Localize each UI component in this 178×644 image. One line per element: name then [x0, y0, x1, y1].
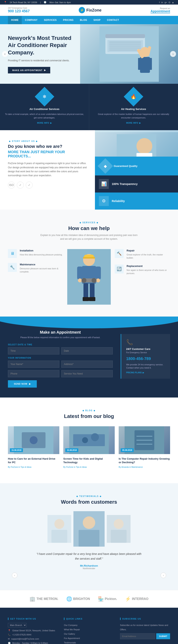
nav-shop[interactable]: SHOP: [90, 16, 104, 24]
linkedin-icon[interactable]: in: [161, 1, 163, 4]
svg-rect-51: [79, 530, 99, 546]
pickton-icon: 🏪: [98, 596, 104, 602]
address-input[interactable]: [61, 360, 113, 368]
site-logo[interactable]: ⚡ FixZone: [79, 7, 101, 13]
technician-image: [67, 249, 111, 305]
appointment-form-area: Make an Appointment Please fill the belo…: [8, 330, 113, 388]
blog-tag: BLOG: [8, 410, 170, 412]
submit-button[interactable]: SEND NOW ▶: [8, 380, 37, 388]
svg-point-53: [114, 519, 124, 529]
name-address-row: [8, 360, 113, 368]
appointment-link[interactable]: Appointment: [151, 10, 170, 13]
phone-input[interactable]: [8, 370, 59, 377]
branch-select[interactable]: Main Branch: [8, 623, 26, 627]
pricing-plans-link[interactable]: PRICING PLANS ▶: [126, 372, 165, 374]
blog-content-2: Is The Computer Repair Industry Growing …: [119, 454, 170, 471]
blog-title-1[interactable]: Screen Time for Kids and Digital Technol…: [63, 457, 115, 464]
repair-text: Repair Great explorer of the truth, the …: [127, 249, 170, 260]
svg-rect-32: [83, 297, 89, 301]
share-icon[interactable]: ▲: [172, 1, 174, 4]
blog-title-2[interactable]: Is The Computer Repair Industry Growing …: [119, 457, 170, 464]
footer-link-0[interactable]: Our Company: [64, 623, 114, 627]
how-subtitle: Explain to you how all this mistaken ide…: [40, 234, 138, 241]
testimonial-content: "I have used Computer repair for a very …: [35, 552, 143, 570]
footer-submit-button[interactable]: SUBMIT: [156, 633, 170, 639]
contact-card-phone[interactable]: 1800-456-789: [126, 356, 165, 361]
about-body: FixZone brings 9 years of repairing expe…: [8, 161, 87, 178]
footer-grid: GET TOUCH WITH US Main Branch 📍 Global S…: [8, 618, 170, 644]
reliability-icon: ⚙: [99, 196, 109, 206]
ac-more-info-text: MORE INFO: [37, 122, 49, 124]
nav-services[interactable]: SERVICES: [41, 16, 60, 24]
footer-contact-col: GET TOUCH WITH US Main Branch 📍 Global S…: [8, 618, 58, 644]
footer-link-2[interactable]: Our Gallery: [64, 632, 114, 636]
header-appointment[interactable]: Request an Appointment: [151, 7, 170, 13]
footer-phone-text: +1 620-07625-9944: [12, 634, 31, 636]
blog-card-1: 15.08.2018 Screen Time for Kids and Digi…: [63, 426, 115, 471]
hero-prev-button[interactable]: ‹: [2, 51, 8, 57]
service-card-ac: ❄ Air Conditioner Services To take a tri…: [0, 84, 89, 130]
header-phone[interactable]: 900 123 4567: [8, 9, 30, 13]
time-input[interactable]: [8, 347, 59, 354]
appointment-form: Select Date & Time Your Information Serv…: [8, 344, 113, 388]
contact-card: 📞 24/7 Customer Care For Emergency Servi…: [121, 334, 170, 379]
feature-iso: ISO: [8, 182, 15, 188]
svg-point-16: [136, 138, 152, 154]
blog-header: BLOG Latest from our blog: [8, 410, 170, 419]
svg-rect-21: [83, 257, 95, 258]
maintenance-title: Maintenance: [20, 263, 63, 266]
blog-image-2: 05.08.2018: [119, 426, 170, 454]
footer-links-col: QUICK LINKS Our Company What We Repair O…: [64, 618, 114, 644]
logo-text: FixZone: [86, 8, 101, 12]
footer-link-4[interactable]: Testimonials: [64, 640, 114, 644]
svg-rect-33: [89, 297, 95, 301]
blog-author-0: By FixZone in Tips & Ideas: [8, 466, 31, 468]
appointment-section: Make an Appointment Please fill the belo…: [0, 316, 178, 398]
info-label: Your Information: [8, 357, 113, 359]
service-maintenance: 🔧 Maintenance Denounce pleasure account …: [8, 263, 63, 274]
hero-cta-button[interactable]: MAKE AN APPOINTMENT ▶: [8, 67, 50, 74]
heating-more-info-button[interactable]: MORE INFO ▶: [126, 122, 141, 124]
transparency-icon: 📊: [99, 179, 109, 189]
google-icon[interactable]: G: [169, 1, 171, 4]
heating-service-desc: Great explorer of the master builder of …: [94, 112, 173, 120]
nav-contact[interactable]: CONTACT: [104, 16, 122, 24]
top-bar-social[interactable]: f in g+ G ▲: [159, 1, 174, 4]
footer-link-1[interactable]: What We Repair: [64, 627, 114, 632]
interrao-icon: ⚡: [125, 596, 131, 602]
ac-more-info-button[interactable]: MORE INFO ▶: [37, 122, 52, 124]
heating-more-info-text: MORE INFO: [126, 122, 138, 124]
testimonial-next-button[interactable]: ›: [161, 572, 166, 578]
maintenance-desc: Denounce pleasure account was born & com…: [20, 267, 63, 274]
about-heading1: Do you know who we are?: [8, 144, 87, 149]
service-repair: 🔨 Repair Great explorer of the truth, th…: [115, 249, 170, 260]
top-bar-left: 📍 24 Tech Road Str, NY 10036 | 🕐 Mon–Sat…: [4, 1, 71, 4]
contact-phone-icon: 📞: [126, 339, 165, 346]
svg-rect-12: [148, 58, 152, 70]
date-input[interactable]: [61, 347, 113, 354]
blog-title-0[interactable]: How to Care for an External Hard Drive f…: [8, 457, 59, 464]
nav-blog[interactable]: BLOG: [77, 16, 90, 24]
nav-pricing[interactable]: PRICING: [60, 16, 77, 24]
nav-home[interactable]: HOME: [8, 16, 22, 24]
appointment-subtitle: Please fill the below required informati…: [8, 336, 113, 338]
blog-grid: 15.08.2018 How to Care for an External H…: [8, 426, 170, 471]
header-contact: 24/7 Emergency Care 900 123 4567: [8, 7, 30, 13]
nav-company[interactable]: COMPANY: [22, 16, 41, 24]
name-input[interactable]: [8, 360, 59, 368]
phone-service-row: Service You Need: [8, 370, 113, 377]
footer-email-input[interactable]: [120, 633, 155, 639]
contact-card-desc: We provide 24 hrs emergency service. Con…: [126, 363, 165, 370]
hero-next-button[interactable]: ›: [170, 51, 176, 57]
facebook-icon[interactable]: f: [159, 1, 160, 4]
hero-section: ‹ Newyork's Most Trusted Air Conditioner…: [0, 24, 178, 84]
services-strip: ❄ Air Conditioner Services To take a tri…: [0, 84, 178, 130]
partner-metron: 🏢 THE METRON.: [29, 596, 58, 602]
hours-icon: 🕐: [44, 1, 46, 4]
appointment-wave: [0, 316, 178, 328]
testimonial-prev-button[interactable]: ‹: [12, 572, 17, 578]
footer-link-3[interactable]: For Appointment: [64, 636, 114, 640]
googleplus-icon[interactable]: g+: [165, 1, 167, 4]
service-select[interactable]: Service You Need: [61, 370, 113, 377]
about-section: STORY ABOUT US Do you know who we are? M…: [0, 130, 178, 210]
